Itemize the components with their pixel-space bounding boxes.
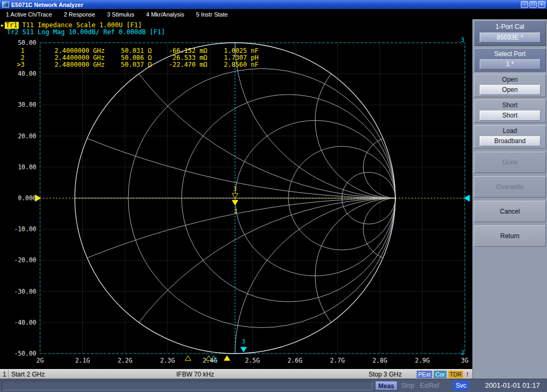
y-axis-label: -30.00 (11, 288, 36, 295)
x-axis-label: 2.1G (75, 357, 90, 364)
marker-label: 2 (461, 350, 464, 356)
softkey-load[interactable]: LoadBroadband (474, 125, 546, 148)
softkey-list: Select Port1 *OpenOpenShortShortLoadBroa… (473, 48, 547, 247)
softkey-label-cancel: Cancel (500, 208, 520, 215)
trace2-label: Tr2 (7, 29, 19, 36)
status-extref: ExtRef (420, 381, 439, 390)
menu-item-1[interactable]: 1 Active Ch/Trace (0, 11, 58, 18)
close-button[interactable]: × (538, 1, 545, 8)
marker-triangle[interactable] (224, 356, 230, 360)
status-message-well (2, 381, 372, 390)
menu-item-3[interactable]: 3 Stimulus (101, 11, 140, 18)
x-axis-label: 2G (36, 357, 44, 364)
title-bar: E5071C Network Analyzer - □ × (0, 0, 547, 9)
start-frequency: Start 2 GHz (11, 371, 45, 378)
menu-item-4[interactable]: 4 Mkr/Analysis (140, 11, 190, 18)
x-axis-label: 2.7G (330, 357, 345, 364)
softkey-menu-title: 1-Port Cal (474, 23, 546, 30)
channel-number: 1 (3, 371, 6, 378)
x-axis-label: 2.4G (202, 357, 217, 364)
menu-item-5[interactable]: 5 Instr State (190, 11, 233, 18)
softkey-done: Done (474, 152, 546, 173)
menu-item-2[interactable]: 2 Response (58, 11, 101, 18)
softkey-return[interactable]: Return (474, 225, 546, 247)
marker-label: 2 (234, 208, 237, 214)
marker-resistance: 50.037 Ω (105, 61, 152, 68)
softkey-value-short[interactable]: Short (480, 111, 541, 121)
x-axis-label: 2.9G (415, 357, 430, 364)
marker-table: 12.4000000 GHz50.031 Ω-66.152 mΩ1.0025 n… (12, 48, 259, 69)
status-svc: Svc (453, 381, 469, 390)
menu-bar: 1 Active Ch/Trace2 Response3 Stimulus4 M… (0, 9, 547, 19)
restore-button[interactable]: □ (529, 1, 537, 8)
softkey-header: 1-Port Cal 85033E * (474, 20, 546, 46)
softkey-select-port[interactable]: Select Port1 * (474, 48, 546, 72)
x-axis-label: 2.5G (245, 357, 260, 364)
indicator-pext: PExt (417, 371, 432, 378)
status-meas: Meas (375, 381, 397, 390)
indicator-tdr: TDR (448, 371, 464, 378)
marker-number: >3 (12, 61, 25, 68)
softkey-label-open: Open (474, 76, 546, 83)
marker-frequency: 2.4800000 GHz (30, 61, 105, 68)
smith-chart-plot: 32332 (0, 19, 472, 369)
trace2-status-line[interactable]: Tr2 S11 Log Mag 10.00dB/ Ref 0.000dB [F1… (7, 29, 165, 36)
y-axis-label: 0.000 (11, 194, 36, 202)
y-axis-label: 50.00 (11, 39, 36, 46)
marker-triangle[interactable] (241, 347, 247, 352)
trace2-info: S11 Log Mag 10.00dB/ Ref 0.000dB [F1] (22, 29, 165, 36)
marker-label: 3 (242, 339, 245, 344)
y-axis-label: 10.00 (11, 163, 36, 171)
window-buttons: - □ × (521, 1, 545, 8)
channel-divider (8, 370, 9, 379)
y-axis-label: -50.00 (11, 350, 36, 357)
date-time: 2001-01-01 01:17 (485, 381, 540, 389)
softkey-label-load: Load (474, 127, 546, 135)
softkey-value-load[interactable]: Broadband (480, 136, 541, 146)
y-axis-label: -20.00 (11, 256, 36, 264)
cal-kit-button[interactable]: 85033E * (480, 33, 541, 43)
y-axis-label: -10.00 (11, 225, 36, 233)
stop-frequency: Stop 3 GHz (369, 371, 402, 378)
window-title: E5071C Network Analyzer (11, 2, 521, 8)
active-trace-arrow-icon: ▶ (1, 22, 4, 29)
display-area: 32332 ▶ Tr1 T11 Impedance Scale 1.000U [… (0, 19, 472, 369)
y-axis-label: 30.00 (11, 101, 36, 108)
softkey-cancel[interactable]: Cancel (474, 201, 546, 222)
indicator-alert: ! (465, 371, 470, 378)
marker-label: 3 (233, 186, 237, 192)
softkey-label-select-port: Select Port (474, 50, 546, 58)
softkey-overwrite: Overwrite (474, 176, 546, 198)
channel-indicators: PExtCorTDR! (417, 371, 470, 378)
x-axis-label: 2.3G (160, 357, 175, 364)
softkey-label-short: Short (474, 101, 546, 109)
marker-reactance: -22.470 mΩ (152, 61, 207, 68)
marker-label: 3 (461, 37, 464, 43)
marker-triangle[interactable] (185, 356, 191, 360)
y-axis-label: -40.00 (11, 319, 36, 326)
marker-triangle[interactable] (232, 200, 238, 205)
softkey-label-return: Return (500, 232, 519, 240)
status-stop: Stop (401, 381, 415, 390)
marker-row-3: >32.4800000 GHz50.037 Ω-22.470 mΩ2.8560 … (12, 61, 259, 68)
marker-equivalent: 2.8560 nF (207, 61, 259, 68)
softkey-label-overwrite: Overwrite (496, 183, 523, 191)
x-axis-label: 2.2G (118, 357, 132, 364)
x-axis-label: 2.8G (372, 357, 387, 364)
softkey-open[interactable]: OpenOpen (474, 74, 546, 97)
y-axis-label: 40.00 (11, 70, 36, 77)
softkey-value-open[interactable]: Open (480, 85, 541, 95)
softkey-panel: 1-Port Cal 85033E * Select Port1 *OpenOp… (472, 19, 547, 379)
marker-triangle[interactable] (232, 193, 238, 198)
minimize-button[interactable]: - (521, 1, 528, 8)
softkey-short[interactable]: ShortShort (474, 99, 546, 123)
softkey-value-select-port[interactable]: 1 * (480, 59, 541, 69)
y-axis-label: 20.00 (11, 132, 36, 140)
channel-status-bar: 1 Start 2 GHz IFBW 70 kHz Stop 3 GHz PEx… (0, 369, 472, 379)
ifbw-readout: IFBW 70 kHz (176, 371, 214, 378)
app-icon (2, 2, 9, 7)
instrument-status-bar: MeasStopExtRefSvc 2001-01-01 01:17 (0, 379, 547, 392)
softkey-label-done: Done (502, 159, 518, 166)
indicator-cor: Cor (434, 371, 447, 378)
x-axis-label: 3G (461, 357, 468, 364)
